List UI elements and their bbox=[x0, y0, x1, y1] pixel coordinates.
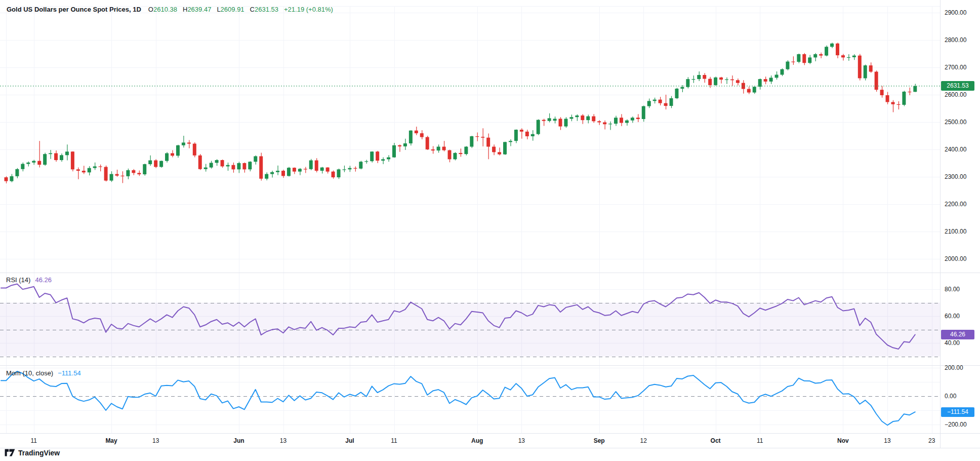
svg-text:2200.00: 2200.00 bbox=[945, 201, 967, 208]
svg-text:Aug: Aug bbox=[471, 437, 483, 444]
svg-text:Sep: Sep bbox=[594, 437, 605, 444]
svg-text:2400.00: 2400.00 bbox=[945, 146, 967, 153]
close-label: C bbox=[250, 6, 255, 13]
price-axis-labels: 2900.002800.002700.002600.002500.002400.… bbox=[945, 9, 967, 428]
svg-text:60.00: 60.00 bbox=[945, 313, 960, 320]
price-gridlines bbox=[0, 7, 940, 259]
svg-text:23: 23 bbox=[928, 437, 935, 444]
svg-text:2300.00: 2300.00 bbox=[945, 173, 967, 180]
low-label: L bbox=[217, 6, 220, 13]
rsi-legend: RSI (14)46.26 bbox=[6, 276, 52, 284]
tradingview-logo[interactable]: TradingView bbox=[5, 448, 60, 457]
svg-text:11: 11 bbox=[391, 437, 397, 444]
svg-text:2800.00: 2800.00 bbox=[945, 36, 967, 44]
svg-text:12: 12 bbox=[640, 437, 647, 444]
symbol-title: Gold US Dollars per Ounce Spot Prices, 1… bbox=[7, 6, 141, 13]
svg-text:2000.00: 2000.00 bbox=[945, 255, 967, 262]
svg-text:80.00: 80.00 bbox=[945, 286, 960, 293]
mom-value-badge: −111.54 bbox=[941, 407, 974, 417]
symbol-legend: Gold US Dollars per Ounce Spot Prices, 1… bbox=[7, 6, 333, 13]
rsi-indicator-value: 46.26 bbox=[35, 276, 52, 284]
svg-text:Jul: Jul bbox=[345, 437, 354, 444]
svg-text:2900.00: 2900.00 bbox=[945, 9, 967, 16]
vertical-gridlines bbox=[7, 6, 932, 433]
low-value: 2609.91 bbox=[221, 6, 244, 13]
tradingview-logo-text: TradingView bbox=[18, 449, 60, 457]
svg-text:May: May bbox=[105, 437, 117, 444]
mom-indicator-name: Mom (10, close) bbox=[6, 369, 53, 377]
close-value: 2631.53 bbox=[255, 6, 278, 13]
svg-text:Nov: Nov bbox=[837, 437, 849, 444]
time-axis-labels: 11May13Jun13Jul11Aug13Sep12Oct11Nov1323 bbox=[31, 437, 935, 444]
rsi-pane-grid bbox=[0, 290, 940, 357]
svg-text:0.00: 0.00 bbox=[945, 393, 957, 400]
svg-text:2100.00: 2100.00 bbox=[945, 228, 967, 235]
high-label: H bbox=[183, 6, 187, 13]
candles bbox=[5, 43, 917, 183]
mom-indicator-value: −111.54 bbox=[58, 369, 80, 377]
svg-text:13: 13 bbox=[152, 437, 159, 444]
open-value: 2610.38 bbox=[153, 6, 177, 13]
last-price-badge: 2631.53 bbox=[941, 81, 974, 91]
rsi-indicator-name: RSI (14) bbox=[6, 276, 30, 284]
svg-text:2500.00: 2500.00 bbox=[945, 119, 967, 126]
svg-text:11: 11 bbox=[31, 437, 37, 444]
svg-text:11: 11 bbox=[757, 437, 763, 444]
change-value: +21.19 (+0.81%) bbox=[284, 6, 333, 13]
svg-text:13: 13 bbox=[518, 437, 525, 444]
svg-text:13: 13 bbox=[280, 437, 287, 444]
mom-legend: Mom (10, close)−111.54 bbox=[6, 369, 81, 377]
tradingview-mark-icon bbox=[5, 448, 15, 457]
svg-text:2700.00: 2700.00 bbox=[945, 64, 967, 71]
svg-text:200.00: 200.00 bbox=[945, 364, 963, 371]
rsi-value-badge: 46.26 bbox=[941, 330, 974, 339]
open-label: O bbox=[148, 6, 153, 13]
price-chart-svg: 2900.002800.002700.002600.002500.002400.… bbox=[0, 0, 980, 461]
svg-text:Oct: Oct bbox=[711, 437, 721, 444]
svg-text:40.00: 40.00 bbox=[945, 339, 960, 347]
mom-line bbox=[1, 371, 915, 425]
svg-text:−200.00: −200.00 bbox=[945, 421, 967, 428]
svg-text:13: 13 bbox=[884, 437, 891, 444]
svg-text:Jun: Jun bbox=[233, 437, 244, 444]
high-value: 2639.47 bbox=[187, 6, 211, 13]
svg-text:2600.00: 2600.00 bbox=[945, 91, 967, 98]
chart-canvas[interactable]: 2900.002800.002700.002600.002500.002400.… bbox=[0, 0, 980, 461]
